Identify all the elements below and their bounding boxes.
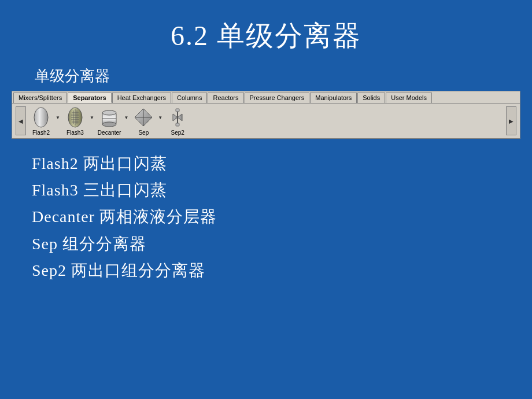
sep-icon [132,106,155,129]
scroll-left-arrow[interactable]: ◀ [16,106,26,135]
list-item-sep2: Sep2 两出口组分分离器 [32,257,532,284]
sep-icon-item[interactable]: Sep [132,106,155,136]
sep-icon-group: Sep ▼ [130,106,162,136]
section-label: 单级分离器 [35,66,532,86]
sep2-icon-group: Sep2 [164,106,191,136]
flash3-icon [64,106,87,129]
toolbar-tabs: Mixers/Splitters Separators Heat Exchang… [12,91,520,104]
flash3-icon-group: Flash3 ▼ [61,106,94,136]
flash2-icon [29,106,53,129]
sep2-label: Sep2 [171,130,184,136]
decanter-icon-group: Decanter ▼ [95,106,129,136]
tab-reactors[interactable]: Reactors [208,93,243,103]
svg-point-11 [102,110,116,115]
tab-solids[interactable]: Solids [357,93,385,103]
tab-heat-exchangers[interactable]: Heat Exchangers [112,93,171,103]
list-item-flash3: Flash3 三出口闪蒸 [32,177,532,204]
svg-point-0 [34,108,48,127]
flash2-icon-group: Flash2 ▼ [27,106,60,136]
tab-pressure-changers[interactable]: Pressure Changers [245,93,310,103]
flash3-dropdown-arrow[interactable]: ▼ [90,115,94,120]
toolbar: Mixers/Splitters Separators Heat Exchang… [12,91,520,139]
sep-label: Sep [138,130,149,136]
sep2-icon-item[interactable]: Sep2 [166,106,189,136]
tab-columns[interactable]: Columns [172,93,207,103]
page-title: 6.2 单级分离器 [0,0,532,66]
tab-separators[interactable]: Separators [68,93,111,103]
decanter-dropdown-arrow[interactable]: ▼ [124,115,128,120]
flash3-label: Flash3 [66,130,84,136]
svg-point-12 [102,122,116,127]
sep2-icon [166,106,189,129]
content-list: Flash2 两出口闪蒸 Flash3 三出口闪蒸 Decanter 两相液液分… [32,150,532,284]
decanter-icon [98,106,121,129]
toolbar-icons-row: ◀ Flash2 ▼ [12,104,520,138]
decanter-label: Decanter [98,130,121,136]
tab-user-models[interactable]: User Models [386,93,432,103]
svg-rect-18 [176,123,179,126]
scroll-right-arrow[interactable]: ▶ [506,106,516,135]
list-item-sep: Sep 组分分离器 [32,231,532,257]
decanter-icon-item[interactable]: Decanter [98,106,121,136]
list-item-flash2: Flash2 两出口闪蒸 [32,150,532,177]
flash3-icon-item[interactable]: Flash3 [64,106,87,136]
svg-rect-17 [176,109,179,112]
flash2-label: Flash2 [32,130,50,136]
flash2-icon-item[interactable]: Flash2 [29,106,53,136]
sep-dropdown-arrow[interactable]: ▼ [158,115,162,120]
flash2-dropdown-arrow[interactable]: ▼ [56,115,60,120]
list-item-decanter: Decanter 两相液液分层器 [32,204,532,230]
tab-manipulators[interactable]: Manipulators [310,93,357,103]
tab-mixers[interactable]: Mixers/Splitters [13,93,67,103]
